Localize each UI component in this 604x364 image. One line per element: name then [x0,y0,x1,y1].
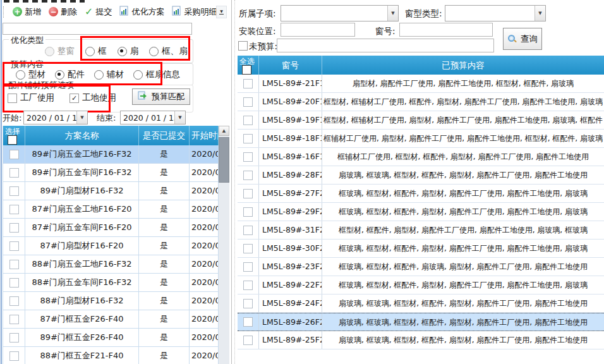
row-select-cell[interactable] [238,148,259,166]
row-select-cell[interactable] [238,93,259,111]
table-row[interactable]: 88#门扇五金车间F16-F32是2020/0 [3,274,219,292]
row-checkbox[interactable] [9,260,19,269]
no-budget-checkbox[interactable] [238,41,248,51]
row-checkbox[interactable] [243,226,253,235]
table-row[interactable]: LM5L-89#-24F22扇玻璃, 框玻璃, 框型材, 框配件, 扇型材, 扇… [238,294,604,313]
select-all-checkbox[interactable] [8,135,17,145]
row-select-cell[interactable] [3,292,25,310]
table-row[interactable]: LM5L-89#-31F29框型材, 框配件, 扇型材, 扇配件工厂使用, 扇配… [238,221,604,240]
delete-button[interactable]: − 删除 [45,5,81,19]
row-checkbox[interactable] [243,171,253,180]
row-checkbox[interactable] [243,79,253,88]
submitted-column-header[interactable]: 是否已提交 [139,126,190,145]
row-select-cell[interactable] [238,185,259,202]
plans-table-scrollbar[interactable]: ▲ [219,126,229,364]
row-checkbox[interactable] [243,299,253,308]
row-select-cell[interactable] [238,258,259,276]
row-select-cell[interactable] [3,200,25,218]
radio-option[interactable]: 辅材 [94,69,124,80]
table-row[interactable]: LM5L-89#-27F25框玻璃, 框型材, 框配件, 扇型材, 扇配件工厂使… [238,185,604,203]
row-checkbox[interactable] [9,168,19,178]
install-position-input[interactable] [281,23,355,37]
table-row[interactable]: LM5L-89#-21F19扇型材, 扇配件工厂使用, 扇配件工地使用, 框型材… [238,75,604,93]
table-row[interactable]: LM5L-89#-23F21框玻璃, 框型材, 框配件, 扇玻璃, 扇型材, 扇… [238,258,604,276]
row-checkbox[interactable] [243,281,253,290]
no-budget-input[interactable] [277,39,494,52]
table-row[interactable]: 87#门扇型材F16-F20是2020/0 [3,237,219,255]
row-checkbox[interactable] [243,207,253,217]
scrollbar-up-arrow[interactable]: ▲ [219,126,229,136]
radio-option[interactable]: 配件 [55,69,85,80]
row-select-cell[interactable] [3,219,25,236]
start-date-dropdown-button[interactable]: ▼ [76,111,87,124]
row-select-cell[interactable] [3,255,25,273]
table-row[interactable]: 88#门扇五金工地F16-F32是2020/0 [3,255,219,274]
row-select-cell[interactable] [238,203,259,221]
table-row[interactable]: LM5L-89#-20F18框型材, 框辅材工厂使用, 框配件, 扇型材, 扇配… [238,93,604,111]
row-checkbox[interactable] [9,278,19,288]
radio-option[interactable]: 型材 [16,69,45,80]
sub-item-dropdown[interactable]: ▼ [281,5,399,21]
submit-button[interactable]: ✓ 提交 [81,5,116,19]
row-select-cell[interactable] [238,240,259,257]
table-row[interactable]: 89#门扇五金工地F16-F32是2020/0 [3,145,219,164]
row-checkbox[interactable] [9,351,19,361]
budgeted-column-header[interactable]: 已预算内容 [322,56,604,75]
row-select-cell[interactable] [3,182,25,200]
row-checkbox[interactable] [9,150,19,159]
budget-match-button[interactable]: 预算匹配 [132,88,190,105]
row-select-cell[interactable] [238,294,259,312]
row-checkbox[interactable] [9,315,19,324]
table-row[interactable]: LM5L-89#-19F17框型材, 框辅材工厂使用, 扇型材, 扇配件工厂使用… [238,111,604,130]
table-row[interactable]: LM5L-89#-18F16框辅材工厂使用, 扇型材, 扇配件工厂使用, 扇配件… [238,130,604,148]
row-checkbox[interactable] [243,244,253,253]
start-date-picker[interactable]: 2020 / 01 / 1 ▼ [23,111,88,124]
checkbox-option[interactable]: 工地使用 [69,92,116,104]
row-checkbox[interactable] [243,189,253,198]
row-select-cell[interactable] [238,331,259,349]
row-checkbox[interactable] [243,262,253,272]
row-checkbox[interactable] [9,296,19,306]
row-checkbox[interactable] [243,97,253,107]
row-select-cell[interactable] [238,130,259,147]
table-row[interactable]: 89#门扇五金车间F16-F32是2020/0 [3,164,219,182]
row-checkbox[interactable] [9,241,19,251]
select-all-checkbox[interactable] [242,65,251,75]
row-select-cell[interactable] [3,310,25,328]
row-checkbox[interactable] [243,116,253,125]
row-select-cell[interactable] [238,166,259,184]
query-button[interactable]: 查询 [503,28,542,50]
row-checkbox[interactable] [9,186,19,196]
window-type-dropdown-button[interactable]: ▼ [535,6,545,21]
table-row[interactable]: 87#门框五金F26-F40是2020/0 [3,310,219,329]
table-row[interactable]: 87#门扇五金车间F16-F20是2020/0 [3,219,219,237]
window-no-column-header[interactable]: 窗号 [259,56,322,75]
row-checkbox[interactable] [243,336,253,345]
table-row[interactable]: 87#门扇五金工地F16-F20是2020/0 [3,200,219,219]
row-select-cell[interactable] [3,274,25,291]
toolbar-grip-icon[interactable] [3,6,7,18]
table-row[interactable]: 88#门框五金F21-F40是2020/0 [3,347,219,364]
row-select-cell[interactable] [238,276,259,294]
table-row[interactable]: LM5L-89#-26F24扇玻璃, 框玻璃, 框型材, 框配件, 扇型材, 扇… [238,313,604,331]
table-row[interactable]: 88#门扇型材F16-F32是2020/0 [3,292,219,310]
end-date-dropdown-button[interactable]: ▼ [174,111,185,124]
row-checkbox[interactable] [9,223,19,233]
row-select-cell[interactable] [3,145,25,163]
end-date-picker[interactable]: 2020 / 01 / 13 ▼ [120,111,186,124]
table-row[interactable]: LM5L-89#-30F28框玻璃, 框型材, 框配件, 扇型材, 扇配件工厂使… [238,240,604,258]
optimize-plan-button[interactable]: 优化方案 [116,4,168,19]
panel-splitter[interactable] [231,0,232,364]
plan-name-column-header[interactable]: 方案名称 [25,126,139,145]
plan-filter-input[interactable] [3,23,192,35]
row-select-cell[interactable] [238,75,259,92]
table-row[interactable]: 89#门框五金F26-F40是2020/0 [3,329,219,347]
row-select-cell[interactable] [3,347,25,364]
scrollbar-thumb[interactable] [219,137,229,183]
row-select-cell[interactable] [3,237,25,255]
window-type-dropdown[interactable]: ▼ [445,5,546,21]
row-select-cell[interactable] [238,111,259,129]
radio-option[interactable]: 框 [85,46,107,57]
row-checkbox[interactable] [9,205,19,214]
radio-option[interactable]: 框扇信息 [133,69,180,80]
